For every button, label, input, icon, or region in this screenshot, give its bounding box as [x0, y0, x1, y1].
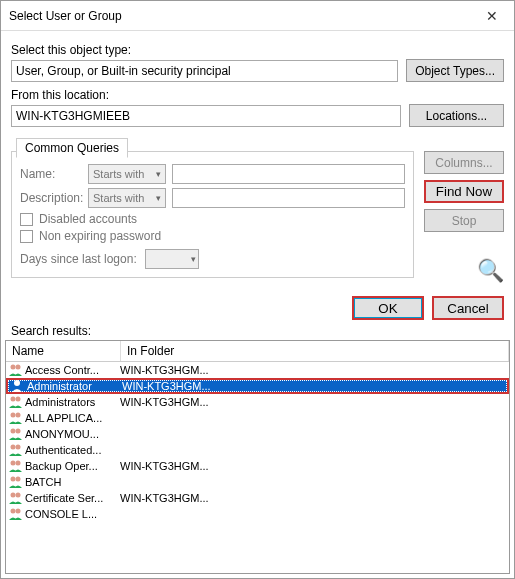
table-row[interactable]: Access Contr...WIN-KTG3HGM...	[6, 362, 509, 378]
cancel-button[interactable]: Cancel	[432, 296, 504, 320]
name-label: Name:	[20, 167, 82, 181]
svg-point-4	[16, 397, 21, 402]
results-grid: Name In Folder Access Contr...WIN-KTG3HG…	[5, 340, 510, 574]
tab-common-queries[interactable]: Common Queries	[16, 138, 128, 158]
description-label: Description:	[20, 191, 82, 205]
object-types-button[interactable]: Object Types...	[406, 59, 504, 82]
svg-point-12	[16, 461, 21, 466]
svg-point-17	[11, 509, 16, 514]
group-icon	[8, 427, 23, 441]
svg-point-2	[14, 380, 20, 386]
row-name: Access Contr...	[25, 364, 120, 376]
group-icon	[8, 395, 23, 409]
location-field[interactable]	[11, 105, 401, 127]
row-folder: WIN-KTG3HGM...	[120, 492, 507, 504]
svg-point-15	[11, 493, 16, 498]
object-type-field[interactable]	[11, 60, 398, 82]
close-icon: ✕	[486, 8, 498, 24]
disabled-accounts-label: Disabled accounts	[39, 212, 137, 226]
row-name: Authenticated...	[25, 444, 120, 456]
svg-point-10	[16, 445, 21, 450]
row-name: BATCH	[25, 476, 120, 488]
group-icon	[8, 459, 23, 473]
column-header-folder[interactable]: In Folder	[121, 341, 509, 361]
column-header-name[interactable]: Name	[6, 341, 121, 361]
group-icon	[8, 411, 23, 425]
close-button[interactable]: ✕	[469, 1, 514, 31]
locations-button[interactable]: Locations...	[409, 104, 504, 127]
chevron-down-icon: ▾	[156, 193, 161, 203]
user-icon	[10, 379, 25, 393]
grid-body[interactable]: Access Contr...WIN-KTG3HGM...Administrat…	[6, 362, 509, 573]
window-title: Select User or Group	[9, 9, 122, 23]
days-since-logon-label: Days since last logon:	[20, 252, 137, 266]
row-name: CONSOLE L...	[25, 508, 120, 520]
name-match-value: Starts with	[93, 168, 144, 180]
row-folder: WIN-KTG3HGM...	[120, 364, 507, 376]
find-now-button[interactable]: Find Now	[424, 180, 504, 203]
common-queries-panel: Common Queries Name: Starts with ▾ Descr…	[11, 151, 414, 278]
svg-point-13	[11, 477, 16, 482]
chevron-down-icon: ▾	[191, 254, 196, 264]
table-row[interactable]: Authenticated...	[6, 442, 509, 458]
group-icon	[8, 443, 23, 457]
svg-point-9	[11, 445, 16, 450]
row-name: Certificate Ser...	[25, 492, 120, 504]
days-since-logon-combo[interactable]: ▾	[145, 249, 199, 269]
non-expiring-checkbox[interactable]	[20, 230, 33, 243]
right-button-column: Columns... Find Now Stop 🔍	[424, 151, 504, 284]
dialog-actions: OK Cancel	[1, 290, 514, 324]
from-location-label: From this location:	[11, 88, 504, 102]
group-icon	[8, 475, 23, 489]
group-icon	[8, 507, 23, 521]
row-name: ANONYMOU...	[25, 428, 120, 440]
svg-point-8	[16, 429, 21, 434]
name-match-combo[interactable]: Starts with ▾	[88, 164, 166, 184]
disabled-accounts-checkbox[interactable]	[20, 213, 33, 226]
table-row[interactable]: AdministratorWIN-KTG3HGM...	[6, 378, 509, 394]
table-row[interactable]: Certificate Ser...WIN-KTG3HGM...	[6, 490, 509, 506]
row-name: ALL APPLICA...	[25, 412, 120, 424]
svg-point-5	[11, 413, 16, 418]
description-match-combo[interactable]: Starts with ▾	[88, 188, 166, 208]
grid-header: Name In Folder	[6, 341, 509, 362]
non-expiring-label: Non expiring password	[39, 229, 161, 243]
row-name: Administrator	[27, 380, 122, 392]
svg-point-16	[16, 493, 21, 498]
titlebar: Select User or Group ✕	[1, 1, 514, 31]
table-row[interactable]: CONSOLE L...	[6, 506, 509, 522]
upper-content: Select this object type: Object Types...…	[1, 31, 514, 290]
description-input[interactable]	[172, 188, 405, 208]
table-row[interactable]: BATCH	[6, 474, 509, 490]
svg-point-11	[11, 461, 16, 466]
description-match-value: Starts with	[93, 192, 144, 204]
columns-button[interactable]: Columns...	[424, 151, 504, 174]
table-row[interactable]: Backup Oper...WIN-KTG3HGM...	[6, 458, 509, 474]
row-folder: WIN-KTG3HGM...	[120, 396, 507, 408]
table-row[interactable]: ANONYMOU...	[6, 426, 509, 442]
svg-point-1	[16, 365, 21, 370]
svg-point-3	[11, 397, 16, 402]
svg-point-0	[11, 365, 16, 370]
chevron-down-icon: ▾	[156, 169, 161, 179]
row-folder: WIN-KTG3HGM...	[120, 460, 507, 472]
table-row[interactable]: AdministratorsWIN-KTG3HGM...	[6, 394, 509, 410]
group-icon	[8, 363, 23, 377]
svg-point-14	[16, 477, 21, 482]
search-icon: 🔍	[477, 258, 504, 284]
svg-point-6	[16, 413, 21, 418]
row-name: Administrators	[25, 396, 120, 408]
table-row[interactable]: ALL APPLICA...	[6, 410, 509, 426]
name-input[interactable]	[172, 164, 405, 184]
stop-button[interactable]: Stop	[424, 209, 504, 232]
group-icon	[8, 491, 23, 505]
svg-point-18	[16, 509, 21, 514]
search-results-label: Search results:	[1, 324, 514, 340]
row-folder: WIN-KTG3HGM...	[122, 380, 505, 392]
svg-point-7	[11, 429, 16, 434]
row-name: Backup Oper...	[25, 460, 120, 472]
object-type-label: Select this object type:	[11, 43, 504, 57]
ok-button[interactable]: OK	[352, 296, 424, 320]
